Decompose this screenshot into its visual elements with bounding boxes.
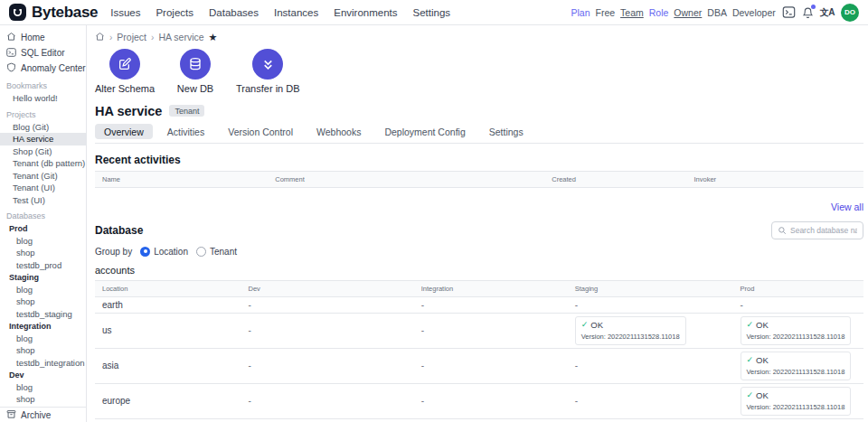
database-icon [180,49,211,80]
alter-schema-button[interactable]: Alter Schema [95,49,155,94]
sidebar-item-shop-git[interactable]: Shop (Git) [0,145,86,158]
sidebar-section-title-bookmarks: Bookmarks [0,76,86,92]
activities-column-invoker: Invoker [687,172,864,188]
nav-link-databases[interactable]: Databases [209,7,259,18]
translate-icon[interactable]: 文A [820,6,835,19]
deployment-status-card[interactable]: ✓OKVersion: 20220211131528.11018 [575,316,686,345]
home-icon [6,32,16,43]
sidebar-item-sql-editor[interactable]: SQL Editor [0,45,86,61]
sidebar-db-dev-shop[interactable]: shop [0,393,86,406]
tab-version-control[interactable]: Version Control [219,124,302,139]
sidebar-db-integration-testdb-integration[interactable]: testdb_integration [0,357,86,370]
nav-link-projects[interactable]: Projects [156,7,193,18]
bytebase-logo-icon [9,4,26,21]
tab-webhooks[interactable]: Webhooks [307,124,370,139]
nav-meta-developer: Developer [732,7,776,18]
search-input[interactable] [790,226,857,235]
sidebar-db-integration-blog[interactable]: blog [0,333,86,345]
nav-link-issues[interactable]: Issues [110,7,140,18]
tenant-row-location: earth [95,296,241,313]
sidebar-item-tenant-ui[interactable]: Tenant (UI) [0,182,86,194]
sidebar-item-anomaly-center[interactable]: Anomaly Center [0,61,86,76]
tab-activities[interactable]: Activities [158,124,213,139]
group-by-row: Group by LocationTenant [95,247,863,257]
group-by-option-location[interactable]: Location [140,247,188,257]
sidebar-item-ha-service[interactable]: HA service [0,133,86,145]
transfer-in-db-button[interactable]: Transfer in DB [236,49,300,94]
dash-text: - [249,300,251,310]
terminal-icon[interactable] [782,6,796,18]
tenant-table-body: earth----us--✓OKVersion: 20220211131528.… [95,296,863,422]
sidebar-sections: BookmarksHello world!ProjectsBlog (Git)H… [0,76,86,406]
database-search[interactable] [771,221,863,239]
nav-meta-team[interactable]: Team [620,7,644,18]
sidebar-db-prod-testdb-prod[interactable]: testdb_prod [0,259,86,272]
env-cell-prod: ✓OKVersion: 20220211131528.11018 [733,383,864,418]
dash-text: - [575,300,578,310]
recent-activities-table: NameCommentCreatedInvoker [95,171,863,195]
version-text: Version: 20220211131528.11018 [747,368,845,376]
new-db-button[interactable]: New DB [171,49,220,94]
sidebar-item-home[interactable]: Home [0,30,86,45]
tenant-row-mars: mars---✓OKVersion: 20220211131528.11018 [95,418,863,422]
breadcrumb-project[interactable]: Project [117,32,146,42]
breadcrumb-home-icon[interactable] [95,32,105,43]
sidebar-db-group-dev: Dev [0,369,86,381]
deployment-status-card[interactable]: ✓OKVersion: 20220211131528.11018 [741,352,852,380]
brand[interactable]: Bytebase [9,4,98,22]
avatar[interactable]: DO [841,4,859,22]
check-icon: ✓ [581,321,589,329]
env-cell-integration: - [414,313,568,348]
nav-link-environments[interactable]: Environments [334,7,397,18]
sidebar-section-title-databases: Databases [0,206,86,222]
view-all-row: View all [95,198,863,214]
env-cell-integration: - [414,348,568,383]
deployment-status-card[interactable]: ✓OKVersion: 20220211131528.11018 [741,316,852,345]
sidebar-db-staging-testdb-staging[interactable]: testdb_staging [0,308,86,321]
sidebar-item-label: SQL Editor [21,48,65,58]
sidebar-db-staging-blog[interactable]: blog [0,284,86,296]
sidebar-db-staging-shop[interactable]: shop [0,295,86,308]
deployment-status-card[interactable]: ✓OKVersion: 20220211131528.11018 [741,387,852,416]
group-by-label: Group by [95,247,132,257]
sidebar-item-archive[interactable]: Archive [0,407,86,422]
view-all-link[interactable]: View all [831,202,863,212]
group-by-option-label: Location [154,247,188,257]
tab-overview[interactable]: Overview [95,124,153,139]
env-cell-dev: - [241,313,414,348]
tab-bar: OverviewActivitiesVersion ControlWebhook… [95,124,863,144]
group-by-option-tenant[interactable]: Tenant [196,247,237,257]
sidebar-db-dev-blog[interactable]: blog [0,381,86,394]
check-icon: ✓ [747,321,754,329]
sidebar-db-group-staging: Staging [0,271,86,284]
nav-link-settings[interactable]: Settings [413,7,451,18]
nav-link-instances[interactable]: Instances [274,7,318,18]
sidebar-item-tenant-db-pattern[interactable]: Tenant (db pattern) [0,157,86,170]
tenant-database-table: LocationDevIntegrationStagingProd earth-… [95,280,863,422]
breadcrumb: › Project › HA service ★ [95,31,863,43]
sidebar-item-tenant-git[interactable]: Tenant (Git) [0,170,86,183]
sidebar-db-prod-blog[interactable]: blog [0,235,86,248]
dash-text: - [421,361,424,370]
env-cell-dev: - [241,418,414,422]
status-text: OK [590,320,603,330]
tenant-row-us: us--✓OKVersion: 20220211131528.11018✓OKV… [95,313,863,348]
env-cell-integration: - [414,296,568,313]
star-icon[interactable]: ★ [209,33,218,42]
sidebar-db-integration-shop[interactable]: shop [0,344,86,357]
dash-text: - [575,361,578,370]
bell-icon[interactable] [802,6,814,19]
page-title: HA service [95,104,162,118]
sidebar-item-blog-git[interactable]: Blog (Git) [0,121,86,134]
radio-checked-icon[interactable] [140,247,150,257]
breadcrumb-ha-service[interactable]: HA service [158,32,203,42]
radio-unchecked-icon[interactable] [196,247,206,257]
group-by-option-label: Tenant [210,247,237,257]
sidebar-item-hello-world[interactable]: Hello world! [0,92,86,105]
sidebar-db-group-integration: Integration [0,320,86,333]
tab-deployment-config[interactable]: Deployment Config [375,124,474,139]
tab-settings[interactable]: Settings [480,124,533,139]
sidebar-db-prod-shop[interactable]: shop [0,247,86,259]
nav-meta-owner[interactable]: Owner [674,7,702,18]
sidebar-item-test-ui[interactable]: Test (UI) [0,194,86,207]
